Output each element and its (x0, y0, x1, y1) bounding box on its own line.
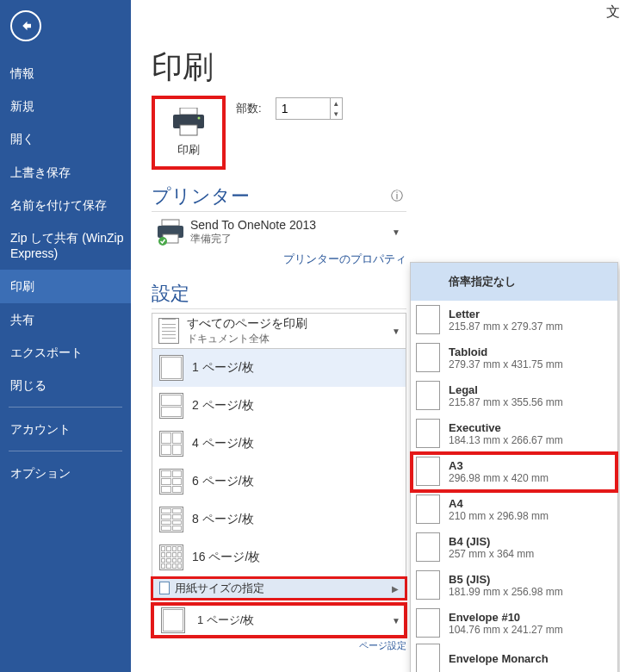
chevron-right-icon: ▶ (392, 583, 399, 593)
print-range-select[interactable]: すべてのページを印刷 ドキュメント全体 ▼ (152, 313, 406, 349)
paper-size-option[interactable]: Letter215.87 mm x 279.37 mm (411, 301, 617, 339)
corner-text: 文 (606, 3, 620, 22)
sidebar-item-6[interactable]: 印刷 (0, 270, 131, 302)
chevron-down-icon: ▼ (392, 616, 400, 625)
printer-icon (171, 108, 206, 137)
pages-per-sheet-option[interactable]: 6 ページ/枚 (152, 463, 406, 501)
pages-per-sheet-icon (159, 355, 183, 381)
copies-spinner[interactable]: ▲ ▼ (276, 97, 343, 120)
pages-per-sheet-option[interactable]: 2 ページ/枚 (152, 387, 406, 425)
sidebar-item-10[interactable]: アカウント (0, 413, 131, 445)
paper-size-option[interactable]: Envelope Monarch (411, 642, 617, 672)
paper-size-option[interactable]: Legal215.87 mm x 355.56 mm (411, 376, 617, 414)
pages-per-sheet-option[interactable]: 8 ページ/枚 (152, 501, 406, 538)
paper-icon (416, 305, 440, 334)
copies-label: 部数: (236, 101, 262, 116)
page-title: 印刷 (152, 47, 620, 89)
pages-per-sheet-option[interactable]: 16 ページ/枚 (152, 538, 406, 576)
pages-per-sheet-option[interactable]: 1 ページ/枚 (152, 349, 406, 387)
svg-rect-0 (180, 108, 197, 115)
sidebar-item-11[interactable]: オプション (0, 457, 131, 489)
paper-size-option[interactable]: Tabloid279.37 mm x 431.75 mm (411, 339, 617, 376)
print-button-label: 印刷 (177, 142, 200, 158)
printer-section-header: プリンター ⓘ (152, 184, 406, 212)
paper-icon (416, 495, 440, 524)
svg-rect-4 (162, 220, 179, 226)
paper-icon (416, 644, 440, 672)
page-icon (159, 582, 170, 594)
paper-size-option[interactable]: B5 (JIS)181.99 mm x 256.98 mm (411, 566, 617, 604)
sidebar-item-4[interactable]: 名前を付けて保存 (0, 189, 131, 221)
backstage-sidebar: 情報新規開く上書き保存名前を付けて保存Zip して共有 (WinZip Expr… (0, 0, 131, 672)
sidebar-item-9[interactable]: 閉じる (0, 369, 131, 401)
page-setup-link[interactable]: ページ設定 (152, 639, 406, 652)
paper-size-option[interactable]: Envelope #10104.76 mm x 241.27 mm (411, 604, 617, 642)
pages-per-sheet-select[interactable]: 1 ページ/枚 ▼ (152, 603, 406, 638)
printer-properties-link[interactable]: プリンターのプロパティ (152, 252, 406, 267)
pages-per-sheet-icon (159, 469, 183, 495)
paper-icon (416, 381, 440, 410)
paper-icon (416, 570, 440, 600)
sidebar-item-0[interactable]: 情報 (0, 57, 131, 90)
sidebar-item-8[interactable]: エクスポート (0, 336, 131, 369)
printer-status: 準備完了 (190, 232, 316, 246)
pages-per-sheet-icon (159, 431, 183, 457)
page-icon (161, 607, 185, 633)
paper-size-submenu-item[interactable]: 用紙サイズの指定 ▶ (152, 577, 406, 600)
copies-input[interactable] (276, 98, 328, 119)
sidebar-item-5[interactable]: Zip して共有 (WinZip Express) (0, 221, 131, 270)
sidebar-item-7[interactable]: 共有 (0, 303, 131, 336)
paper-size-option[interactable]: B4 (JIS)257 mm x 364 mm (411, 528, 617, 566)
sidebar-item-2[interactable]: 開く (0, 122, 131, 155)
document-icon (158, 318, 179, 344)
pages-per-sheet-option[interactable]: 4 ページ/枚 (152, 425, 406, 463)
sidebar-item-3[interactable]: 上書き保存 (0, 156, 131, 189)
pages-per-sheet-icon (159, 393, 183, 419)
chevron-down-icon: ▼ (392, 227, 400, 237)
svg-point-3 (198, 117, 201, 120)
info-icon[interactable]: ⓘ (391, 189, 403, 204)
paper-icon (416, 532, 440, 562)
svg-point-7 (158, 237, 167, 246)
pages-per-sheet-icon (159, 544, 183, 570)
svg-rect-2 (180, 125, 197, 135)
copies-spin-down[interactable]: ▼ (330, 109, 342, 119)
paper-size-option[interactable]: A3296.98 mm x 420 mm (411, 452, 617, 490)
back-arrow-icon (18, 18, 34, 34)
pages-per-sheet-list: 1 ページ/枚2 ページ/枚4 ページ/枚6 ページ/枚8 ページ/枚16 ペー… (152, 349, 406, 577)
paper-icon (416, 608, 440, 638)
printer-device-icon (156, 217, 185, 246)
chevron-down-icon: ▼ (392, 327, 400, 336)
paper-icon (416, 419, 440, 448)
paper-size-option[interactable]: 倍率指定なし (411, 263, 617, 301)
settings-section-header: 設定 (152, 281, 406, 309)
printer-select[interactable]: Send To OneNote 2013 準備完了 ▼ (152, 214, 406, 250)
paper-size-option[interactable]: Executive184.13 mm x 266.67 mm (411, 414, 617, 452)
paper-size-option[interactable]: A4210 mm x 296.98 mm (411, 490, 617, 528)
printer-name: Send To OneNote 2013 (190, 218, 316, 232)
sidebar-item-1[interactable]: 新規 (0, 90, 131, 122)
print-button[interactable]: 印刷 (152, 96, 226, 170)
copies-spin-up[interactable]: ▲ (330, 98, 342, 109)
back-button[interactable] (10, 10, 41, 41)
paper-icon (416, 343, 440, 372)
paper-icon (416, 457, 440, 486)
paper-size-flyout: 倍率指定なしLetter215.87 mm x 279.37 mmTabloid… (410, 262, 618, 672)
pages-per-sheet-icon (159, 507, 183, 532)
